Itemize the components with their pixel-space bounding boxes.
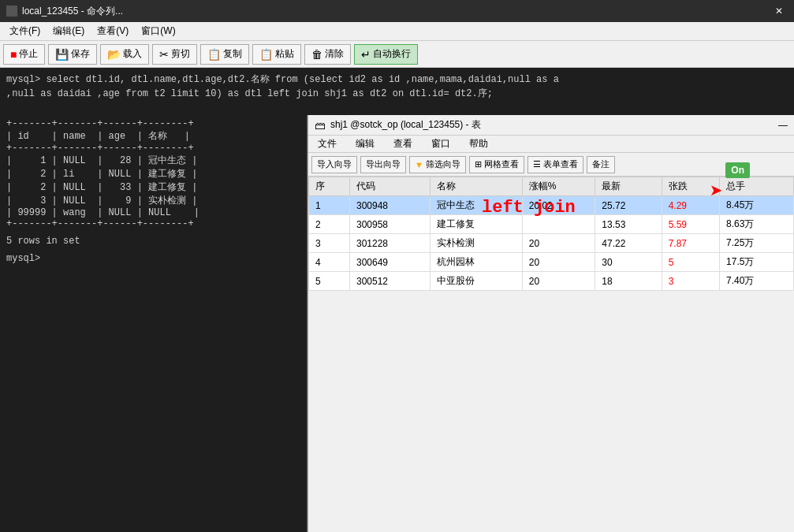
app-icon: [6, 6, 17, 17]
mysql-prompt: mysql>: [6, 253, 300, 264]
col-header-latest: 最新: [595, 177, 662, 196]
cell-code: 300948: [349, 196, 430, 215]
load-button[interactable]: 📂 载入: [100, 44, 149, 65]
cell-diff: 3: [662, 272, 719, 291]
shj1-table-scroll[interactable]: 序 代码 名称 涨幅% 最新 张跌 总手 1 300948 冠中生态 20.02…: [308, 177, 794, 532]
stop-button[interactable]: ■ 停止: [3, 44, 45, 65]
cell-name: 杭州园林: [431, 253, 523, 272]
cell-total: 7.40万: [720, 272, 794, 291]
form-icon: ☰: [533, 159, 541, 169]
shj1-note-btn[interactable]: 备注: [587, 156, 615, 173]
shj1-toolbar: 导入向导 导出向导 ▼ 筛选向导 ⊞ 网格查看 ☰ 表单查看 备注: [308, 153, 794, 177]
clear-button[interactable]: 🗑 清除: [304, 44, 351, 65]
cell-diff: 7.87: [662, 234, 719, 253]
shj1-table-panel: 🗃 shj1 @sotck_op (local_123455) - 表 — 文件…: [308, 115, 794, 532]
col-header-change-pct: 涨幅%: [522, 177, 595, 196]
paste-icon: 📋: [259, 48, 273, 61]
menu-edit[interactable]: 编辑(E): [47, 23, 91, 39]
clear-icon: 🗑: [311, 48, 322, 61]
cut-icon: ✂: [159, 48, 169, 61]
cell-code: 300512: [349, 272, 430, 291]
grid-icon: ⊞: [475, 159, 482, 169]
save-icon: 💾: [55, 48, 69, 61]
shj1-title-bar: 🗃 shj1 @sotck_op (local_123455) - 表 —: [308, 115, 794, 136]
cell-total: 8.45万: [720, 196, 794, 215]
col-header-diff: 张跌: [662, 177, 719, 196]
shj1-data-table: 序 代码 名称 涨幅% 最新 张跌 总手 1 300948 冠中生态 20.02…: [308, 177, 794, 291]
stop-icon: ■: [10, 48, 17, 61]
cell-seq: 5: [309, 272, 350, 291]
col-header-total: 总手: [720, 177, 794, 196]
on-badge: On: [725, 162, 750, 178]
table-row: 5 300512 中亚股份 20 18 3 7.40万: [309, 272, 794, 291]
cell-name: 中亚股份: [431, 272, 523, 291]
cell-seq: 3: [309, 234, 350, 253]
cell-name: 实朴检测: [431, 234, 523, 253]
shj1-grid-btn[interactable]: ⊞ 网格查看: [469, 156, 524, 173]
row-count: 5 rows in set: [6, 236, 300, 247]
shj1-filter-btn[interactable]: ▼ 筛选向导: [409, 156, 466, 173]
cell-seq: 4: [309, 253, 350, 272]
shj1-menu-help[interactable]: 帮助: [463, 136, 494, 152]
query-result-panel: +-------+-------+------+--------+| id | …: [0, 115, 308, 532]
copy-icon: 📋: [207, 48, 221, 61]
cell-seq: 2: [309, 215, 350, 234]
cell-diff: 4.29: [662, 196, 719, 215]
paste-button[interactable]: 📋 粘贴: [252, 44, 301, 65]
cell-latest: 25.72: [595, 196, 662, 215]
filter-icon: ▼: [415, 160, 423, 169]
cell-seq: 1: [309, 196, 350, 215]
cell-total: 7.25万: [720, 234, 794, 253]
save-button[interactable]: 💾 保存: [48, 44, 97, 65]
menu-window[interactable]: 窗口(W): [135, 23, 181, 39]
cell-latest: 47.22: [595, 234, 662, 253]
auto-wrap-button[interactable]: ↵ 自动换行: [354, 44, 418, 65]
shj1-menu-view[interactable]: 查看: [387, 136, 419, 152]
col-header-seq: 序: [309, 177, 350, 196]
cell-diff: 5.59: [662, 215, 719, 234]
menu-bar: 文件(F) 编辑(E) 查看(V) 窗口(W): [0, 22, 794, 41]
cell-diff: 5: [662, 253, 719, 272]
cell-change: 20: [522, 253, 595, 272]
shj1-form-btn[interactable]: ☰ 表单查看: [527, 156, 583, 173]
shj1-menu-edit[interactable]: 编辑: [349, 136, 381, 152]
cell-total: 8.63万: [720, 215, 794, 234]
shj1-menu-window[interactable]: 窗口: [425, 136, 457, 152]
col-header-name: 名称: [431, 177, 523, 196]
auto-wrap-icon: ↵: [361, 48, 371, 61]
shj1-export-btn[interactable]: 导出向导: [360, 156, 406, 173]
cell-code: 300958: [349, 215, 430, 234]
table-row: 3 301228 实朴检测 20 47.22 7.87 7.25万: [309, 234, 794, 253]
cell-name: 冠中生态: [431, 196, 523, 215]
cell-change: 20: [522, 234, 595, 253]
sql-editor[interactable]: mysql> select dtl.id, dtl.name,dtl.age,d…: [0, 68, 794, 115]
shj1-menu-file[interactable]: 文件: [311, 136, 343, 152]
copy-button[interactable]: 📋 复制: [200, 44, 249, 65]
cell-change: 20: [522, 272, 595, 291]
cell-latest: 30: [595, 253, 662, 272]
table-row: 2 300958 建工修复 13.53 5.59 8.63万: [309, 215, 794, 234]
shj1-title: shj1 @sotck_op (local_123455) - 表: [330, 118, 481, 132]
shj1-minimize[interactable]: —: [778, 120, 788, 131]
menu-view[interactable]: 查看(V): [91, 23, 135, 39]
table-row: 4 300649 杭州园林 20 30 5 17.5万: [309, 253, 794, 272]
close-button[interactable]: ✕: [770, 6, 788, 17]
menu-file[interactable]: 文件(F): [3, 23, 47, 39]
cell-change: [522, 215, 595, 234]
query-result-table: +-------+-------+------+--------+| id | …: [6, 118, 300, 229]
cell-name: 建工修复: [431, 215, 523, 234]
window-title: local_123455 - 命令列...: [22, 5, 764, 18]
title-bar: local_123455 - 命令列... ✕: [0, 0, 794, 22]
cell-total: 17.5万: [720, 253, 794, 272]
table-row: 1 300948 冠中生态 20.02 25.72 4.29 8.45万: [309, 196, 794, 215]
main-content: +-------+-------+------+--------+| id | …: [0, 115, 794, 532]
col-header-code: 代码: [349, 177, 430, 196]
cell-code: 300649: [349, 253, 430, 272]
cell-latest: 13.53: [595, 215, 662, 234]
cut-button[interactable]: ✂ 剪切: [152, 44, 197, 65]
table-icon: 🗃: [315, 119, 326, 132]
cell-code: 301228: [349, 234, 430, 253]
shj1-import-btn[interactable]: 导入向导: [311, 156, 357, 173]
toolbar: ■ 停止 💾 保存 📂 载入 ✂ 剪切 📋 复制 📋 粘贴 🗑 清除 ↵ 自动换…: [0, 41, 794, 68]
cell-latest: 18: [595, 272, 662, 291]
